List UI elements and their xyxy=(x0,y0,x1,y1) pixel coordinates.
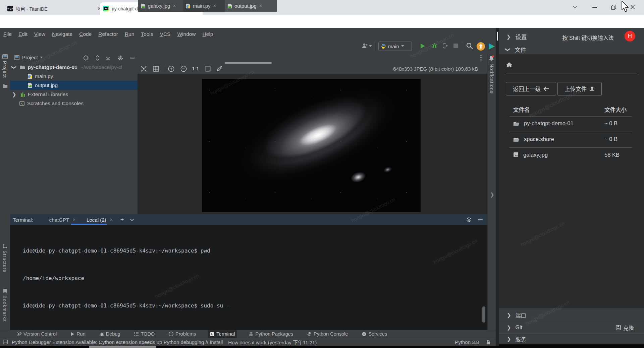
toolwindow-version-control[interactable]: Version Control xyxy=(15,330,59,338)
status-link[interactable]: How does it work (yesterday 下午11:21) xyxy=(228,339,317,346)
ide-update-icon[interactable] xyxy=(477,42,485,51)
tree-row-mainpy[interactable]: main.py xyxy=(10,72,138,81)
window-restore-button[interactable] xyxy=(611,5,616,10)
browser-menu-chevron[interactable] xyxy=(572,5,578,9)
table-row[interactable]: galaxy.jpg 58 KB xyxy=(499,148,644,163)
window-close-button[interactable] xyxy=(630,4,635,10)
upload-file-button[interactable]: 上传文件 xyxy=(557,82,602,95)
close-tab-icon[interactable]: ✕ xyxy=(109,217,113,222)
color-picker-icon[interactable] xyxy=(217,66,223,72)
folder-stripe-icon[interactable] xyxy=(2,84,8,88)
terminal-tab-chatgpt[interactable]: chatGPT xyxy=(49,217,69,223)
titan-assistant-icon[interactable] xyxy=(487,42,496,51)
project-stripe-icon[interactable] xyxy=(2,54,8,59)
stripe-tab-project[interactable]: Project xyxy=(2,61,7,78)
status-message[interactable]: Python Debugger Extension Available: Cyt… xyxy=(12,339,223,345)
toolwindow-debug[interactable]: Debug xyxy=(98,330,122,338)
tree-row-outputjpg-selected[interactable]: output.jpg xyxy=(10,81,138,90)
debug-button[interactable] xyxy=(432,43,437,49)
user-avatar[interactable]: H xyxy=(625,31,635,42)
search-everywhere-icon[interactable] xyxy=(466,43,473,49)
window-minimize-button[interactable] xyxy=(592,7,597,8)
hide-terminal-icon[interactable] xyxy=(478,219,483,220)
zoom-reset-button[interactable]: 1:1 xyxy=(192,66,199,71)
menu-tools[interactable]: Tools xyxy=(138,31,156,37)
toolwindow-services[interactable]: Services xyxy=(360,330,389,338)
locate-file-icon[interactable] xyxy=(83,55,89,61)
notifications-bell-icon[interactable] xyxy=(488,55,494,61)
grid-icon[interactable] xyxy=(153,66,159,72)
close-tab-icon[interactable]: ✕ xyxy=(213,3,217,8)
tree-expand-chevron[interactable]: ❯ xyxy=(11,65,17,69)
close-tab-icon[interactable]: ✕ xyxy=(72,217,76,222)
project-settings-gear-icon[interactable] xyxy=(117,55,123,61)
menu-code[interactable]: Code xyxy=(76,31,95,37)
section-git[interactable]: ❯ Git 克隆 xyxy=(499,321,644,334)
project-view-chevron[interactable] xyxy=(40,57,43,59)
tree-row-scratches[interactable]: Scratches and Consoles xyxy=(10,99,138,108)
menu-view[interactable]: View xyxy=(31,31,49,37)
menu-file[interactable]: File xyxy=(0,31,15,37)
zoom-out-icon[interactable] xyxy=(180,66,187,72)
project-panel-title[interactable]: Project xyxy=(22,55,38,60)
panel-divider[interactable] xyxy=(496,28,499,346)
menu-vcs[interactable]: VCS xyxy=(157,31,174,37)
menu-navigate[interactable]: Navigate xyxy=(49,31,76,37)
toolwindow-problems[interactable]: Problems xyxy=(167,330,198,338)
collapse-all-icon[interactable] xyxy=(105,55,111,61)
users-icon[interactable] xyxy=(362,43,369,49)
terminal-output-area[interactable]: ide@ide-py-chatgpt-demo-01-c86945d5-k4sz… xyxy=(10,225,487,330)
stripe-tab-bookmarks[interactable]: Bookmarks xyxy=(2,295,7,322)
tree-row-root[interactable]: ❯ py-chatgpt-demo-01 ~/workspace/py-cl xyxy=(10,63,138,72)
section-files[interactable]: ❯ 文件 xyxy=(506,45,526,54)
home-icon[interactable] xyxy=(506,62,513,68)
terminal-tabs-chevron[interactable] xyxy=(130,219,134,221)
table-row[interactable]: space.share ~ 0 B xyxy=(499,132,644,148)
structure-stripe-icon[interactable] xyxy=(3,244,7,249)
fit-zoom-icon[interactable] xyxy=(205,66,211,72)
bookmarks-stripe-icon[interactable] xyxy=(3,289,7,293)
toolwindow-run[interactable]: Run xyxy=(69,330,88,338)
python-interpreter[interactable]: Python 3.8 xyxy=(455,339,479,345)
stripe-tab-notifications[interactable]: Notifications xyxy=(489,64,494,93)
terminal-settings-gear-icon[interactable] xyxy=(466,217,472,223)
zoom-in-icon[interactable] xyxy=(168,66,174,72)
toolwindow-python-packages[interactable]: Python Packages xyxy=(247,330,295,338)
git-clone-button[interactable]: 克隆 xyxy=(616,324,634,332)
terminal-tab-local-active[interactable]: Local (2) xyxy=(87,217,106,223)
run-configuration-selector[interactable]: main xyxy=(378,42,412,51)
editor-tab-output-active[interactable]: output.jpg ✕ xyxy=(225,0,277,12)
menu-window[interactable]: Window xyxy=(174,31,199,37)
browser-tab-titanide[interactable]: <t> 项目 - TitanIDE ✕ xyxy=(4,2,105,15)
tab-options-dots-icon[interactable] xyxy=(480,54,482,61)
toolwindow-terminal-active[interactable]: Terminal xyxy=(208,330,237,338)
toolwindow-toggle-icon[interactable] xyxy=(3,340,8,344)
expand-panel-chevron[interactable]: ❯ xyxy=(490,192,494,198)
stripe-tab-structure[interactable]: Structure xyxy=(2,251,7,273)
menu-help[interactable]: Help xyxy=(199,31,217,37)
stop-button[interactable] xyxy=(453,44,458,48)
menu-refactor[interactable]: Refactor xyxy=(95,31,121,37)
terminal-scrollbar[interactable] xyxy=(482,306,485,323)
editor-tab-mainpy[interactable]: main.py ✕ xyxy=(183,0,229,12)
tree-row-external-libraries[interactable]: ❯ External Libraries xyxy=(10,90,138,99)
readonly-lock-icon[interactable] xyxy=(486,340,490,345)
hide-project-panel-icon[interactable] xyxy=(130,58,135,59)
section-settings[interactable]: ❯ 设置 xyxy=(506,32,527,41)
actual-size-icon[interactable] xyxy=(141,66,147,72)
galaxy-image[interactable] xyxy=(202,79,421,212)
users-dropdown-chevron[interactable] xyxy=(369,45,372,47)
new-terminal-tab-button[interactable]: + xyxy=(120,216,124,223)
run-with-coverage-button[interactable] xyxy=(443,43,448,49)
close-tab-icon[interactable]: ✕ xyxy=(172,3,176,8)
section-services[interactable]: ❯ 服务 xyxy=(499,333,644,344)
menu-run[interactable]: Run xyxy=(121,31,138,37)
table-row[interactable]: py-chatgpt-demo-01 ~ 0 B xyxy=(499,116,644,132)
section-ports[interactable]: ❯ 端口 xyxy=(499,308,644,321)
go-up-button[interactable]: 返回上一级 xyxy=(506,82,556,95)
tree-collapsed-chevron[interactable]: ❯ xyxy=(12,91,16,97)
expand-all-icon[interactable] xyxy=(95,55,101,61)
editor-tab-galaxy[interactable]: galaxy.jpg ✕ xyxy=(138,0,188,12)
toolwindow-todo[interactable]: TODO xyxy=(132,330,157,338)
run-button[interactable] xyxy=(420,43,425,49)
